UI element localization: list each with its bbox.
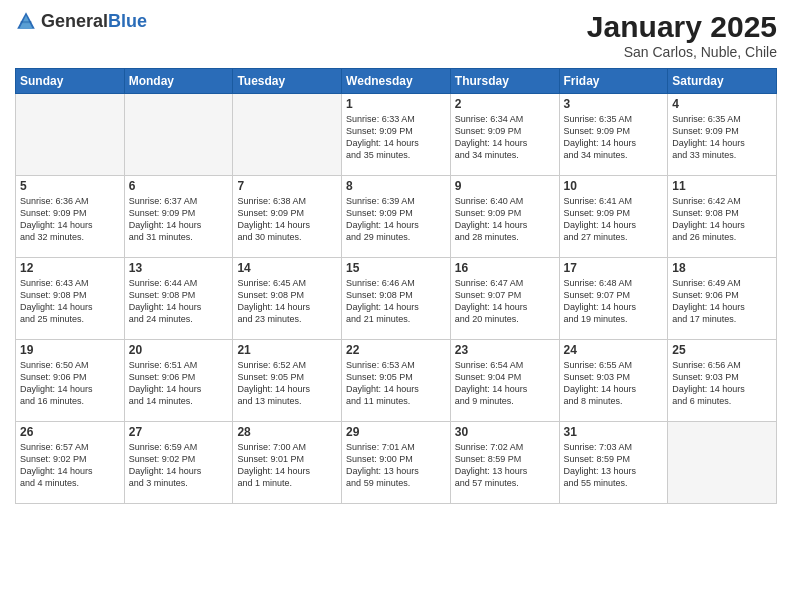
day-header-sunday: Sunday xyxy=(16,69,125,94)
logo-blue: Blue xyxy=(108,11,147,31)
calendar-cell xyxy=(16,94,125,176)
day-info: Sunrise: 7:02 AM Sunset: 8:59 PM Dayligh… xyxy=(455,441,555,490)
day-info: Sunrise: 7:01 AM Sunset: 9:00 PM Dayligh… xyxy=(346,441,446,490)
day-number: 7 xyxy=(237,179,337,193)
calendar-cell: 26Sunrise: 6:57 AM Sunset: 9:02 PM Dayli… xyxy=(16,422,125,504)
calendar-cell: 13Sunrise: 6:44 AM Sunset: 9:08 PM Dayli… xyxy=(124,258,233,340)
day-number: 24 xyxy=(564,343,664,357)
day-info: Sunrise: 6:54 AM Sunset: 9:04 PM Dayligh… xyxy=(455,359,555,408)
day-info: Sunrise: 6:39 AM Sunset: 9:09 PM Dayligh… xyxy=(346,195,446,244)
day-info: Sunrise: 6:44 AM Sunset: 9:08 PM Dayligh… xyxy=(129,277,229,326)
day-header-friday: Friday xyxy=(559,69,668,94)
day-info: Sunrise: 6:59 AM Sunset: 9:02 PM Dayligh… xyxy=(129,441,229,490)
day-info: Sunrise: 6:36 AM Sunset: 9:09 PM Dayligh… xyxy=(20,195,120,244)
day-info: Sunrise: 6:42 AM Sunset: 9:08 PM Dayligh… xyxy=(672,195,772,244)
calendar-cell xyxy=(668,422,777,504)
calendar-container: GeneralBlue January 2025 San Carlos, Nub… xyxy=(0,0,792,514)
calendar-table: SundayMondayTuesdayWednesdayThursdayFrid… xyxy=(15,68,777,504)
logo-icon xyxy=(15,10,37,32)
calendar-cell: 3Sunrise: 6:35 AM Sunset: 9:09 PM Daylig… xyxy=(559,94,668,176)
calendar-cell: 4Sunrise: 6:35 AM Sunset: 9:09 PM Daylig… xyxy=(668,94,777,176)
svg-rect-2 xyxy=(21,21,32,23)
logo: GeneralBlue xyxy=(15,10,147,32)
week-row-4: 19Sunrise: 6:50 AM Sunset: 9:06 PM Dayli… xyxy=(16,340,777,422)
logo-general: General xyxy=(41,11,108,31)
day-number: 27 xyxy=(129,425,229,439)
day-header-wednesday: Wednesday xyxy=(342,69,451,94)
day-info: Sunrise: 6:34 AM Sunset: 9:09 PM Dayligh… xyxy=(455,113,555,162)
calendar-cell: 7Sunrise: 6:38 AM Sunset: 9:09 PM Daylig… xyxy=(233,176,342,258)
calendar-cell: 21Sunrise: 6:52 AM Sunset: 9:05 PM Dayli… xyxy=(233,340,342,422)
day-number: 21 xyxy=(237,343,337,357)
week-row-1: 1Sunrise: 6:33 AM Sunset: 9:09 PM Daylig… xyxy=(16,94,777,176)
title-block: January 2025 San Carlos, Nuble, Chile xyxy=(587,10,777,60)
day-number: 3 xyxy=(564,97,664,111)
day-info: Sunrise: 6:41 AM Sunset: 9:09 PM Dayligh… xyxy=(564,195,664,244)
day-info: Sunrise: 6:40 AM Sunset: 9:09 PM Dayligh… xyxy=(455,195,555,244)
day-number: 6 xyxy=(129,179,229,193)
day-header-row: SundayMondayTuesdayWednesdayThursdayFrid… xyxy=(16,69,777,94)
calendar-cell: 15Sunrise: 6:46 AM Sunset: 9:08 PM Dayli… xyxy=(342,258,451,340)
day-info: Sunrise: 7:03 AM Sunset: 8:59 PM Dayligh… xyxy=(564,441,664,490)
calendar-cell: 2Sunrise: 6:34 AM Sunset: 9:09 PM Daylig… xyxy=(450,94,559,176)
day-number: 15 xyxy=(346,261,446,275)
day-info: Sunrise: 6:43 AM Sunset: 9:08 PM Dayligh… xyxy=(20,277,120,326)
day-header-tuesday: Tuesday xyxy=(233,69,342,94)
logo-text: GeneralBlue xyxy=(41,11,147,32)
day-info: Sunrise: 7:00 AM Sunset: 9:01 PM Dayligh… xyxy=(237,441,337,490)
calendar-cell: 25Sunrise: 6:56 AM Sunset: 9:03 PM Dayli… xyxy=(668,340,777,422)
calendar-cell: 12Sunrise: 6:43 AM Sunset: 9:08 PM Dayli… xyxy=(16,258,125,340)
day-number: 29 xyxy=(346,425,446,439)
day-number: 11 xyxy=(672,179,772,193)
day-number: 10 xyxy=(564,179,664,193)
calendar-cell: 20Sunrise: 6:51 AM Sunset: 9:06 PM Dayli… xyxy=(124,340,233,422)
day-info: Sunrise: 6:49 AM Sunset: 9:06 PM Dayligh… xyxy=(672,277,772,326)
day-number: 17 xyxy=(564,261,664,275)
day-header-saturday: Saturday xyxy=(668,69,777,94)
calendar-cell: 22Sunrise: 6:53 AM Sunset: 9:05 PM Dayli… xyxy=(342,340,451,422)
day-number: 8 xyxy=(346,179,446,193)
day-number: 16 xyxy=(455,261,555,275)
calendar-cell: 11Sunrise: 6:42 AM Sunset: 9:08 PM Dayli… xyxy=(668,176,777,258)
calendar-cell: 23Sunrise: 6:54 AM Sunset: 9:04 PM Dayli… xyxy=(450,340,559,422)
day-info: Sunrise: 6:50 AM Sunset: 9:06 PM Dayligh… xyxy=(20,359,120,408)
calendar-cell: 18Sunrise: 6:49 AM Sunset: 9:06 PM Dayli… xyxy=(668,258,777,340)
day-number: 26 xyxy=(20,425,120,439)
calendar-cell: 17Sunrise: 6:48 AM Sunset: 9:07 PM Dayli… xyxy=(559,258,668,340)
day-number: 5 xyxy=(20,179,120,193)
day-number: 23 xyxy=(455,343,555,357)
day-info: Sunrise: 6:56 AM Sunset: 9:03 PM Dayligh… xyxy=(672,359,772,408)
calendar-cell xyxy=(233,94,342,176)
day-number: 14 xyxy=(237,261,337,275)
day-number: 20 xyxy=(129,343,229,357)
day-number: 12 xyxy=(20,261,120,275)
day-number: 28 xyxy=(237,425,337,439)
day-info: Sunrise: 6:45 AM Sunset: 9:08 PM Dayligh… xyxy=(237,277,337,326)
day-header-thursday: Thursday xyxy=(450,69,559,94)
day-number: 4 xyxy=(672,97,772,111)
month-title: January 2025 xyxy=(587,10,777,44)
day-number: 9 xyxy=(455,179,555,193)
calendar-cell: 24Sunrise: 6:55 AM Sunset: 9:03 PM Dayli… xyxy=(559,340,668,422)
day-info: Sunrise: 6:51 AM Sunset: 9:06 PM Dayligh… xyxy=(129,359,229,408)
day-number: 30 xyxy=(455,425,555,439)
calendar-cell: 30Sunrise: 7:02 AM Sunset: 8:59 PM Dayli… xyxy=(450,422,559,504)
calendar-cell xyxy=(124,94,233,176)
day-number: 22 xyxy=(346,343,446,357)
day-info: Sunrise: 6:46 AM Sunset: 9:08 PM Dayligh… xyxy=(346,277,446,326)
day-info: Sunrise: 6:35 AM Sunset: 9:09 PM Dayligh… xyxy=(564,113,664,162)
day-number: 1 xyxy=(346,97,446,111)
day-info: Sunrise: 6:47 AM Sunset: 9:07 PM Dayligh… xyxy=(455,277,555,326)
day-info: Sunrise: 6:37 AM Sunset: 9:09 PM Dayligh… xyxy=(129,195,229,244)
day-info: Sunrise: 6:55 AM Sunset: 9:03 PM Dayligh… xyxy=(564,359,664,408)
day-number: 31 xyxy=(564,425,664,439)
calendar-cell: 16Sunrise: 6:47 AM Sunset: 9:07 PM Dayli… xyxy=(450,258,559,340)
day-number: 19 xyxy=(20,343,120,357)
location-subtitle: San Carlos, Nuble, Chile xyxy=(587,44,777,60)
week-row-2: 5Sunrise: 6:36 AM Sunset: 9:09 PM Daylig… xyxy=(16,176,777,258)
week-row-3: 12Sunrise: 6:43 AM Sunset: 9:08 PM Dayli… xyxy=(16,258,777,340)
calendar-cell: 9Sunrise: 6:40 AM Sunset: 9:09 PM Daylig… xyxy=(450,176,559,258)
calendar-cell: 28Sunrise: 7:00 AM Sunset: 9:01 PM Dayli… xyxy=(233,422,342,504)
day-header-monday: Monday xyxy=(124,69,233,94)
calendar-cell: 31Sunrise: 7:03 AM Sunset: 8:59 PM Dayli… xyxy=(559,422,668,504)
